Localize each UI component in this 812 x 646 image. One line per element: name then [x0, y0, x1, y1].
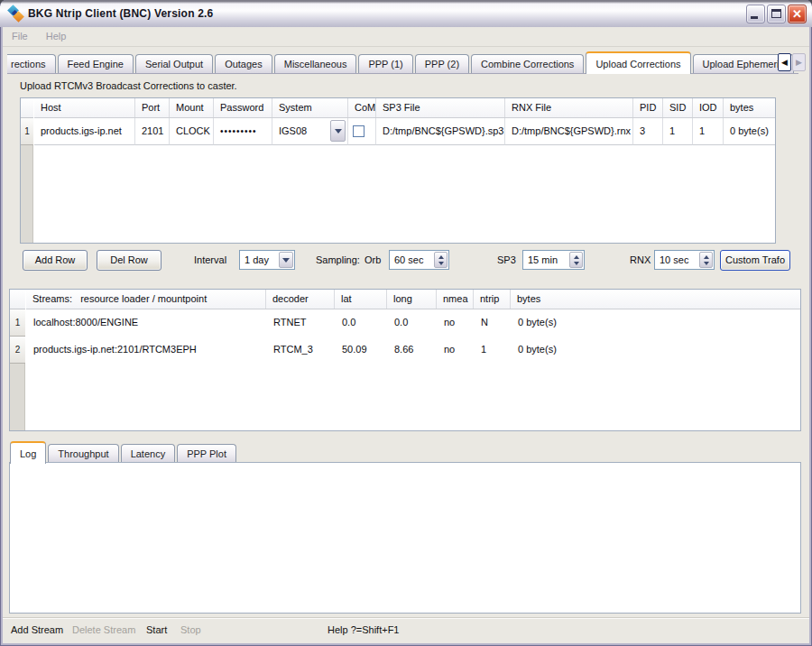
stream-nmea: no [437, 337, 474, 364]
status-bar: Add Stream Delete Stream Start Stop Help… [3, 617, 809, 643]
streams-table: 1 2 Streams: resource loader / mountpoin… [9, 289, 801, 431]
sp3-spinbox[interactable]: 15 min [522, 250, 585, 270]
delete-stream-action: Delete Stream [72, 624, 135, 635]
stream-decoder: RTCM_3 [266, 337, 335, 364]
bnc-window: BKG Ntrip Client (BNC) Version 2.6 ✕ Fil… [0, 0, 812, 646]
stream-nmea: no [437, 309, 474, 337]
upload-table-row: products.igs-ip.net 2101 CLOCK •••••••••… [34, 118, 775, 145]
cell-host[interactable]: products.igs-ip.net [34, 118, 135, 145]
stream-mountpoint: localhost:8000/ENGINE [26, 309, 266, 337]
cell-com [348, 118, 376, 145]
streams-table-corner [10, 290, 25, 309]
spinner-down-icon [704, 262, 709, 265]
app-icon [7, 5, 23, 22]
tab-outages[interactable]: Outages [215, 54, 272, 73]
orb-value: 60 sec [394, 251, 423, 269]
system-value: IGS08 [279, 125, 307, 136]
cell-pid[interactable]: 3 [633, 118, 663, 145]
tab-bar: rections Feed Engine Serial Output Outag… [7, 51, 798, 74]
tab-ppp-1[interactable]: PPP (1) [358, 54, 412, 73]
close-button[interactable]: ✕ [788, 5, 807, 23]
stream-long: 0.0 [387, 309, 437, 337]
rnx-spinbox[interactable]: 10 sec [654, 250, 715, 270]
cell-mount[interactable]: CLOCK [170, 118, 214, 145]
sampling-label: Sampling: [316, 250, 360, 271]
tab-feed-engine[interactable]: Feed Engine [58, 54, 134, 73]
interval-dropdown-button[interactable] [279, 252, 293, 268]
system-dropdown-button[interactable] [330, 120, 346, 142]
cell-system-combobox[interactable]: IGS08 [272, 118, 348, 145]
col-header-sid: SID [663, 98, 693, 117]
col-header-rnx-file: RNX File [505, 98, 633, 117]
del-row-button[interactable]: Del Row [97, 250, 161, 271]
stream-row[interactable]: products.igs-ip.net:2101/RTCM3EPH RTCM_3… [26, 337, 800, 364]
orb-spinbox[interactable]: 60 sec [389, 250, 449, 270]
interval-combobox[interactable]: 1 day [239, 250, 295, 270]
stream-row[interactable]: localhost:8000/ENGINE RTNET 0.0 0.0 no N… [26, 309, 800, 337]
tab-miscellaneous[interactable]: Miscellaneous [274, 54, 357, 73]
stream-ntrip: 1 [474, 337, 511, 364]
streams-header-row: Streams: resource loader / mountpoint de… [26, 290, 800, 309]
spinner-up-icon [438, 255, 444, 259]
com-checkbox[interactable] [353, 125, 364, 137]
add-row-button[interactable]: Add Row [23, 250, 88, 271]
tab-throughput[interactable]: Throughput [48, 444, 118, 463]
sp3-spin-buttons[interactable] [569, 252, 583, 268]
tab-combine-corrections[interactable]: Combine Corrections [471, 54, 584, 73]
rnx-value: 10 sec [660, 251, 688, 269]
tab-corrections[interactable]: rections [7, 54, 56, 73]
custom-trafo-button[interactable]: Custom Trafo [720, 250, 790, 271]
stop-action: Stop [180, 624, 201, 635]
rnx-spin-buttons[interactable] [699, 252, 713, 268]
col-header-com: CoM [348, 98, 376, 117]
orb-spin-buttons[interactable] [434, 252, 448, 268]
menu-file[interactable]: File [3, 27, 37, 46]
stream-long: 8.66 [387, 337, 437, 364]
stream-lat: 0.0 [335, 309, 387, 337]
menu-help[interactable]: Help [37, 27, 76, 46]
menu-bar: File Help [3, 27, 809, 47]
spinner-down-icon [574, 262, 579, 265]
chevron-down-icon [282, 258, 290, 263]
upload-table-corner [21, 98, 33, 118]
cell-iod[interactable]: 1 [693, 118, 724, 145]
tab-ppp-plot[interactable]: PPP Plot [177, 444, 236, 463]
stream-row-number: 1 [10, 309, 25, 337]
maximize-icon [771, 9, 781, 18]
close-icon: ✕ [792, 7, 802, 21]
tab-ppp-2[interactable]: PPP (2) [415, 54, 469, 73]
col-header-iod: IOD [693, 98, 724, 117]
tab-log[interactable]: Log [10, 441, 46, 464]
col-header-host: Host [34, 98, 135, 117]
cell-port[interactable]: 2101 [135, 118, 170, 145]
tab-scroll-left-icon: ◀ [781, 58, 788, 67]
start-action[interactable]: Start [146, 624, 167, 635]
help-hint: Help ?=Shift+F1 [328, 624, 400, 635]
cell-rnx-file[interactable]: D:/tmp/BNC${GPSWD}.rnx [505, 118, 633, 145]
chevron-down-icon [335, 129, 342, 134]
tab-serial-output[interactable]: Serial Output [135, 54, 213, 73]
sp3-value: 15 min [528, 251, 558, 269]
add-stream-action[interactable]: Add Stream [11, 624, 63, 635]
spinner-down-icon [438, 262, 444, 265]
stream-decoder: RTNET [266, 309, 335, 337]
cell-password[interactable]: ••••••••• [214, 118, 272, 145]
col-header-lat: lat [335, 290, 387, 309]
upload-table: 1 Host Port Mount Password System CoM SP… [20, 97, 776, 244]
tab-latency[interactable]: Latency [121, 444, 176, 463]
cell-sid[interactable]: 1 [663, 118, 693, 145]
col-header-mount: Mount [170, 98, 214, 117]
col-header-bytes: bytes [511, 290, 800, 309]
upload-caption: Upload RTCMv3 Broadcast Corrections to c… [20, 80, 237, 91]
col-header-long: long [387, 290, 437, 309]
stream-lat: 50.09 [335, 337, 387, 364]
minimize-button[interactable] [746, 5, 765, 23]
cell-bytes: 0 byte(s) [724, 118, 775, 145]
maximize-button[interactable] [767, 5, 786, 23]
tab-upload-corrections[interactable]: Upload Corrections [586, 51, 690, 74]
col-header-sp3-file: SP3 File [376, 98, 505, 117]
window-title: BKG Ntrip Client (BNC) Version 2.6 [28, 7, 214, 20]
cell-sp3-file[interactable]: D:/tmp/BNC${GPSWD}.sp3 [376, 118, 505, 145]
tab-scroll-left-button[interactable]: ◀ [778, 53, 791, 71]
minimize-icon [751, 16, 758, 19]
